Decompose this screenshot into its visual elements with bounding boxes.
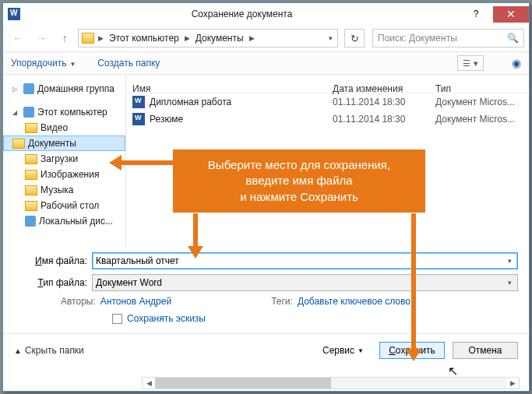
- horizontal-scrollbar[interactable]: ◀ ▶: [142, 377, 520, 389]
- file-row[interactable]: Резюме 01.11.2014 18:30 Документ Micros.…: [126, 111, 529, 128]
- file-type-select[interactable]: Документ Word ▾: [92, 274, 518, 291]
- chevron-down-icon[interactable]: ▾: [503, 255, 516, 267]
- drive-icon: [25, 216, 36, 227]
- help-button[interactable]: ?: [459, 6, 493, 23]
- word-file-icon: [132, 113, 145, 125]
- folder-icon: [25, 154, 37, 164]
- file-name-label: Имя файла:: [20, 255, 92, 266]
- footer: ▲Скрыть папки Сервис▼ Сохранить Отмена: [3, 333, 529, 359]
- tags-label: Теги:: [271, 296, 293, 307]
- address-bar[interactable]: ▶ Этот компьютер ▶ Документы ▶ ▾: [78, 29, 338, 47]
- chevron-right-icon[interactable]: ▶: [247, 34, 257, 42]
- path-segment[interactable]: Документы: [192, 33, 247, 44]
- callout: Выберите место для сохранения, введите и…: [173, 150, 425, 213]
- word-file-icon: [132, 96, 145, 108]
- toolbar: Упорядочить▼ Создать папку ☰ ▾ ◉: [3, 51, 529, 75]
- folder-icon: [25, 170, 37, 180]
- authors-label: Авторы:: [61, 296, 96, 307]
- chevron-down-icon[interactable]: ▾: [503, 276, 516, 289]
- search-icon: 🔍: [507, 33, 519, 44]
- hide-folders-button[interactable]: ▲Скрыть папки: [14, 345, 84, 356]
- scroll-right-button[interactable]: ▶: [506, 378, 519, 389]
- scroll-thumb[interactable]: [155, 378, 331, 389]
- search-placeholder: Поиск: Документы: [378, 33, 457, 44]
- sidebar-item-pictures[interactable]: Изображения: [3, 167, 125, 182]
- save-form: Имя файла: Квартальный отчет ▾ Тип файла…: [3, 248, 529, 324]
- pc-icon: [23, 107, 34, 118]
- back-button[interactable]: ←: [8, 29, 28, 47]
- path-segment[interactable]: Этот компьютер: [106, 33, 182, 44]
- search-input[interactable]: Поиск: Документы 🔍: [372, 29, 524, 47]
- titlebar: Сохранение документа ? ✕: [3, 3, 529, 25]
- col-date[interactable]: Дата изменения: [333, 83, 435, 94]
- sidebar-item-videos[interactable]: Видео: [3, 120, 125, 135]
- file-name-input[interactable]: Квартальный отчет ▾: [92, 252, 518, 269]
- cancel-button[interactable]: Отмена: [453, 342, 518, 359]
- folder-icon: [25, 201, 37, 211]
- file-row[interactable]: Дипломная работа 01.11.2014 18:30 Докуме…: [126, 93, 529, 111]
- scroll-left-button[interactable]: ◀: [143, 378, 155, 389]
- folder-icon: [25, 123, 37, 133]
- tags-value[interactable]: Добавьте ключевое слово: [298, 296, 410, 307]
- sidebar-item-downloads[interactable]: Загрузки: [3, 151, 125, 167]
- service-menu[interactable]: Сервис▼: [322, 345, 364, 356]
- navbar: ← → ↑ ▶ Этот компьютер ▶ Документы ▶ ▾ ↻…: [3, 25, 529, 51]
- sidebar-item-documents[interactable]: Документы: [3, 135, 125, 151]
- col-type[interactable]: Тип: [435, 83, 529, 94]
- up-button[interactable]: ↑: [55, 29, 75, 47]
- sidebar-item-music[interactable]: Музыка: [3, 182, 125, 198]
- forward-button[interactable]: →: [31, 29, 51, 47]
- col-name[interactable]: Имя: [126, 83, 333, 94]
- folder-icon: [12, 139, 25, 149]
- arrow-annotation: [190, 213, 201, 259]
- close-button[interactable]: ✕: [493, 6, 529, 23]
- view-options-button[interactable]: ☰ ▾: [457, 55, 484, 71]
- sidebar: ▷Домашняя группа ◢Этот компьютер Видео Д…: [3, 75, 126, 248]
- column-headers[interactable]: Имя Дата изменения Тип: [126, 75, 529, 93]
- folder-icon: [82, 33, 94, 44]
- sidebar-item-this-pc[interactable]: ◢Этот компьютер: [3, 104, 125, 120]
- sidebar-item-desktop[interactable]: Рабочий стол: [3, 198, 125, 213]
- sidebar-item-local-disk[interactable]: Локальный дис...: [3, 213, 125, 229]
- authors-value[interactable]: Антонов Андрей: [100, 296, 171, 307]
- chevron-down-icon[interactable]: ▾: [326, 34, 337, 42]
- new-folder-button[interactable]: Создать папку: [97, 58, 160, 69]
- arrow-annotation: [408, 213, 419, 361]
- chevron-right-icon[interactable]: ▶: [96, 34, 106, 42]
- help-icon[interactable]: ◉: [512, 57, 521, 69]
- file-type-label: Тип файла:: [20, 277, 92, 288]
- chevron-right-icon[interactable]: ▶: [182, 34, 192, 42]
- arrow-annotation: [109, 157, 173, 168]
- folder-icon: [25, 185, 37, 195]
- save-thumbnail-label: Сохранять эскизы: [127, 313, 206, 324]
- window-title: Сохранение документа: [25, 9, 459, 19]
- organize-menu[interactable]: Упорядочить▼: [11, 58, 76, 69]
- word-icon: [8, 8, 20, 20]
- sidebar-item-homegroup[interactable]: ▷Домашняя группа: [3, 81, 125, 97]
- homegroup-icon: [23, 83, 34, 94]
- save-thumbnail-checkbox[interactable]: [112, 314, 122, 324]
- refresh-button[interactable]: ↻: [344, 29, 365, 47]
